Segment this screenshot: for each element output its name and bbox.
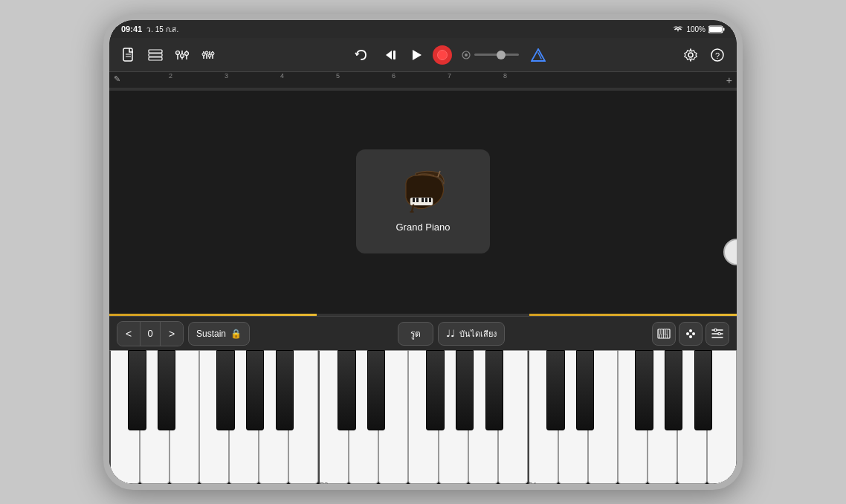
toolbar-left [118, 45, 219, 65]
record-button[interactable] [433, 45, 452, 65]
svg-rect-49 [661, 329, 662, 335]
ruler-mark-4: 4 [280, 72, 284, 80]
black-key-db2[interactable] [128, 350, 146, 430]
svg-point-19 [202, 53, 205, 56]
grand-piano-icon [397, 169, 449, 213]
status-date: ว. 15 ก.ส. [146, 24, 178, 35]
settings-gear-icon [684, 48, 697, 62]
settings-button[interactable] [680, 45, 701, 65]
svg-rect-24 [393, 51, 395, 59]
black-key-ab3[interactable] [456, 350, 474, 430]
undo-icon [355, 49, 368, 61]
volume-low-icon [461, 50, 471, 60]
svg-point-55 [689, 335, 692, 338]
black-key-gb3[interactable] [426, 350, 444, 430]
svg-rect-60 [718, 332, 720, 335]
keyboard-view-button[interactable] [652, 322, 676, 346]
svg-marker-28 [532, 49, 545, 61]
volume-thumb[interactable] [497, 51, 506, 59]
chord-view-button[interactable] [679, 322, 703, 346]
svg-rect-7 [149, 54, 162, 56]
eq-icon [201, 49, 216, 61]
controls-wrapper: < 0 > Sustain 🔒 รูต [117, 321, 729, 346]
svg-rect-37 [422, 198, 424, 202]
equalizer-button[interactable] [198, 45, 219, 65]
controls-row: < 0 > Sustain 🔒 รูต [109, 316, 737, 350]
keyboard-container: C2 C3 C4 [109, 350, 737, 484]
ruler-inner: ✎ 2 3 4 5 6 7 8 // generate tick marks [109, 72, 737, 88]
ruler-mark-2: 2 [169, 72, 172, 80]
add-section-button[interactable]: + [726, 74, 732, 86]
svg-point-12 [176, 51, 180, 54]
status-time: 09:41 [121, 25, 142, 33]
ruler-ticks: // generate tick marks [109, 81, 737, 87]
chord-button[interactable]: รูต [398, 322, 433, 346]
volume-track[interactable] [474, 54, 519, 56]
instrument-card[interactable]: Grand Piano [356, 149, 490, 253]
black-key-eb4[interactable] [576, 350, 594, 430]
sustain-button[interactable]: Sustain 🔒 [188, 322, 250, 346]
volume-slider[interactable] [461, 50, 519, 60]
ruler-mark-7: 7 [448, 72, 451, 80]
ruler-mark-8: 8 [503, 72, 507, 80]
black-key-ab4[interactable] [665, 350, 682, 430]
black-key-bb2[interactable] [276, 350, 294, 430]
play-button[interactable] [406, 44, 428, 66]
new-song-button[interactable] [118, 45, 139, 65]
svg-marker-23 [386, 51, 392, 59]
svg-point-30 [688, 53, 693, 57]
svg-rect-8 [149, 57, 162, 60]
svg-point-27 [465, 54, 468, 56]
svg-text:?: ? [715, 51, 720, 60]
record-notes-label: บันไดเสียง [459, 327, 497, 340]
rewind-icon [384, 49, 398, 61]
rewind-button[interactable] [381, 45, 401, 65]
status-bar: 09:41 ว. 15 ก.ส. 100% [109, 20, 737, 38]
track-progress-bar [109, 314, 737, 316]
screen: 09:41 ว. 15 ก.ส. 100% [109, 20, 737, 484]
svg-point-41 [410, 211, 414, 213]
black-key-bb4[interactable] [694, 350, 712, 430]
octave-down-button[interactable]: < [117, 322, 140, 346]
instrument-settings-button[interactable] [705, 322, 729, 346]
record-notes-button[interactable]: ♩♩ บันไดเสียง [438, 322, 505, 346]
instrument-name: Grand Piano [396, 222, 451, 233]
tracks-view-button[interactable] [145, 45, 166, 65]
octave-control: < 0 > [117, 321, 184, 346]
black-key-bb3[interactable] [485, 350, 503, 430]
black-key-gb4[interactable] [635, 350, 653, 430]
black-key-gb2[interactable] [216, 350, 234, 430]
tracks-icon [148, 49, 163, 61]
instrument-settings-icon [711, 329, 723, 339]
svg-point-53 [689, 329, 692, 332]
svg-point-21 [208, 54, 211, 57]
main-content: Grand Piano [109, 88, 737, 314]
help-button[interactable]: ? [707, 45, 728, 65]
svg-rect-6 [149, 50, 162, 53]
black-key-eb2[interactable] [158, 350, 175, 430]
sustain-label: Sustain [196, 329, 226, 339]
black-key-ab2[interactable] [246, 350, 264, 430]
black-key-db3[interactable] [338, 350, 355, 430]
piano-keys: C2 C3 C4 [109, 350, 737, 484]
octave-up-button[interactable]: > [161, 322, 183, 346]
timeline-ruler: ✎ 2 3 4 5 6 7 8 // generate tick marks [109, 72, 737, 88]
play-icon [410, 48, 424, 62]
device-frame: 09:41 ว. 15 ก.ส. 100% [103, 14, 743, 490]
status-right: 100% [673, 25, 725, 33]
black-key-eb3[interactable] [367, 350, 385, 430]
lock-icon: 🔒 [230, 329, 242, 339]
chord-stars-icon [684, 328, 697, 340]
svg-marker-25 [413, 50, 422, 60]
svg-rect-51 [666, 329, 668, 335]
metronome-button[interactable] [528, 45, 549, 65]
svg-point-54 [692, 332, 695, 335]
undo-button[interactable] [351, 45, 372, 65]
mixer-button[interactable] [172, 45, 193, 65]
chord-label: รูต [410, 326, 421, 340]
ruler-mark-3: 3 [225, 72, 228, 80]
battery-icon [708, 25, 725, 33]
piano-keys-icon [657, 329, 671, 339]
help-icon: ? [711, 48, 724, 62]
black-key-db4[interactable] [546, 350, 564, 430]
